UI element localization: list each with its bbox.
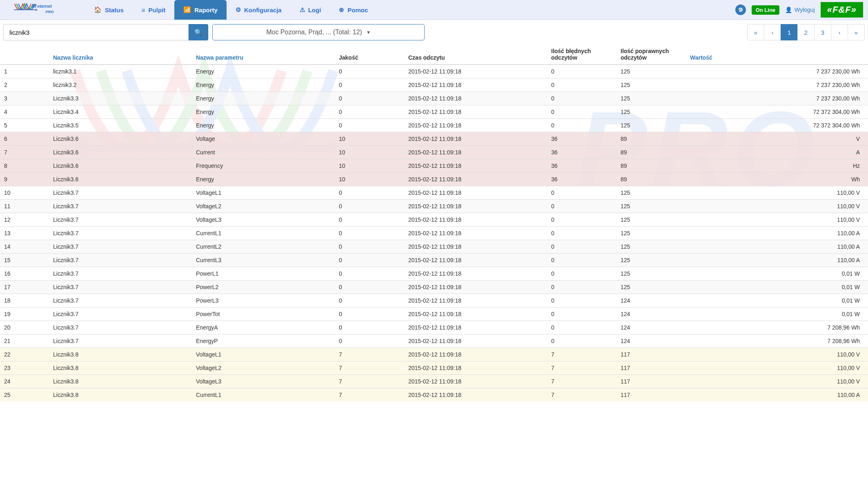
refresh-button[interactable]: [735, 4, 746, 15]
cell-bad: 0: [547, 294, 617, 308]
col-time[interactable]: Czas odczytu: [404, 45, 547, 65]
cell-good: 125: [617, 213, 686, 227]
col-value[interactable]: Wartość: [686, 45, 868, 65]
table-row[interactable]: 17Licznik3.7PowerL202015-02-12 11:09:180…: [0, 281, 868, 294]
warning-icon: ⚠: [300, 6, 305, 13]
cell-param: VoltageL1: [192, 186, 335, 200]
cell-good: 89: [617, 146, 686, 159]
table-row[interactable]: 15Licznik3.7CurrentL302015-02-12 11:09:1…: [0, 254, 868, 267]
cell-index: 1: [0, 65, 49, 78]
nav-tab-label: Status: [105, 7, 124, 13]
table-row[interactable]: 7Licznik3.6Current102015-02-12 11:09:183…: [0, 146, 868, 159]
cell-bad: 7: [547, 348, 617, 361]
cell-good: 117: [617, 348, 686, 361]
cell-good: 125: [617, 227, 686, 240]
cell-good: 125: [617, 92, 686, 105]
table-row[interactable]: 9Licznik3.6Energy102015-02-12 11:09:1836…: [0, 173, 868, 186]
page-prev[interactable]: ‹: [764, 24, 781, 40]
nav-tab-raporty[interactable]: 📶Raporty: [174, 0, 227, 20]
cell-time: 2015-02-12 11:09:18: [404, 78, 547, 92]
cell-quality: 0: [335, 308, 404, 321]
table-row[interactable]: 5Licznik3.5Energy02015-02-12 11:09:18012…: [0, 119, 868, 132]
col-param[interactable]: Nazwa parametru: [192, 45, 335, 65]
table-row[interactable]: 16Licznik3.7PowerL102015-02-12 11:09:180…: [0, 267, 868, 281]
cell-value: V: [686, 132, 868, 146]
nav-tab-logi[interactable]: ⚠Logi: [291, 0, 330, 20]
table-row[interactable]: 12Licznik3.7VoltageL302015-02-12 11:09:1…: [0, 213, 868, 227]
paginator: «‹123›»: [748, 24, 865, 40]
table-row[interactable]: 18Licznik3.7PowerL302015-02-12 11:09:180…: [0, 294, 868, 308]
cell-param: PowerTot: [192, 308, 335, 321]
cell-name: Licznik3.4: [49, 105, 192, 119]
cell-param: EnergyA: [192, 321, 335, 334]
nav-tab-pomoc[interactable]: ⊕Pomoc: [330, 0, 377, 20]
logout-link[interactable]: 👤 Wyloguj: [785, 7, 815, 13]
table-row[interactable]: 8Licznik3.6Frequency102015-02-12 11:09:1…: [0, 159, 868, 173]
status-badge: On Line: [752, 5, 779, 15]
page-3[interactable]: 3: [814, 24, 831, 40]
table-row[interactable]: 14Licznik3.7CurrentL202015-02-12 11:09:1…: [0, 240, 868, 254]
table-row[interactable]: 4Licznik3.4Energy02015-02-12 11:09:18012…: [0, 105, 868, 119]
page-2[interactable]: 2: [797, 24, 815, 40]
cell-name: Licznik3.3: [49, 92, 192, 105]
cell-index: 6: [0, 132, 49, 146]
table-row[interactable]: 10Licznik3.7VoltageL102015-02-12 11:09:1…: [0, 186, 868, 200]
cell-quality: 0: [335, 213, 404, 227]
cell-bad: 0: [547, 213, 617, 227]
col-good[interactable]: Ilość poprawnych odczytów: [617, 45, 686, 65]
cell-name: Licznik3.7: [49, 240, 192, 254]
table-row[interactable]: 1licznik3.1Energy02015-02-12 11:09:18012…: [0, 65, 868, 78]
cell-time: 2015-02-12 11:09:18: [404, 200, 547, 213]
cell-bad: 0: [547, 200, 617, 213]
cell-name: Licznik3.6: [49, 146, 192, 159]
cell-param: VoltageL2: [192, 361, 335, 375]
table-row[interactable]: 21Licznik3.7EnergyP02015-02-12 11:09:180…: [0, 334, 868, 348]
cell-bad: 7: [547, 375, 617, 388]
col-name[interactable]: Nazwa licznika: [49, 45, 192, 65]
results-table: Nazwa licznika Nazwa parametru Jakość Cz…: [0, 45, 868, 401]
table-row[interactable]: 6Licznik3.6Voltage102015-02-12 11:09:183…: [0, 132, 868, 146]
col-bad[interactable]: Ilość błędnych odczytów: [547, 45, 617, 65]
page-next[interactable]: ›: [831, 24, 848, 40]
table-row[interactable]: 11Licznik3.7VoltageL202015-02-12 11:09:1…: [0, 200, 868, 213]
table-row[interactable]: 20Licznik3.7EnergyA02015-02-12 11:09:180…: [0, 321, 868, 334]
nav-tab-pulpit[interactable]: ≡Pulpit: [133, 0, 174, 20]
search-button[interactable]: 🔍: [189, 24, 208, 40]
table-row[interactable]: 25Licznik3.8CurrentL172015-02-12 11:09:1…: [0, 388, 868, 402]
cell-value: 0,01 W: [686, 308, 868, 321]
cell-bad: 0: [547, 105, 617, 119]
cell-index: 24: [0, 375, 49, 388]
table-row[interactable]: 19Licznik3.7PowerTot02015-02-12 11:09:18…: [0, 308, 868, 321]
cell-index: 15: [0, 254, 49, 267]
search-input[interactable]: [3, 24, 189, 40]
cell-index: 12: [0, 213, 49, 227]
table-row[interactable]: 13Licznik3.7CurrentL102015-02-12 11:09:1…: [0, 227, 868, 240]
table-row[interactable]: 2licznik3.2Energy02015-02-12 11:09:18012…: [0, 78, 868, 92]
cell-good: 89: [617, 132, 686, 146]
cell-time: 2015-02-12 11:09:18: [404, 348, 547, 361]
page-first[interactable]: «: [747, 24, 764, 40]
cell-param: CurrentL1: [192, 227, 335, 240]
nav-tab-label: Pulpit: [149, 7, 166, 13]
parameter-filter-select[interactable]: Moc Pozorna, Prąd, ... (Total: 12) ▼: [212, 24, 425, 40]
cell-param: PowerL3: [192, 294, 335, 308]
table-row[interactable]: 22Licznik3.8VoltageL172015-02-12 11:09:1…: [0, 348, 868, 361]
cell-time: 2015-02-12 11:09:18: [404, 240, 547, 254]
page-last[interactable]: »: [848, 24, 865, 40]
table-row[interactable]: 23Licznik3.8VoltageL272015-02-12 11:09:1…: [0, 361, 868, 375]
page-1[interactable]: 1: [781, 24, 798, 40]
cell-value: 7 237 230,00 Wh: [686, 65, 868, 78]
cell-good: 124: [617, 321, 686, 334]
app-logo[interactable]: M eternet PRO: [2, 0, 85, 20]
cell-value: 0,01 W: [686, 267, 868, 281]
table-row[interactable]: 24Licznik3.8VoltageL372015-02-12 11:09:1…: [0, 375, 868, 388]
nav-tab-konfiguracja[interactable]: ⚙Konfiguracja: [227, 0, 291, 20]
cell-quality: 10: [335, 159, 404, 173]
table-row[interactable]: 3Licznik3.3Energy02015-02-12 11:09:18012…: [0, 92, 868, 105]
cell-good: 117: [617, 375, 686, 388]
col-quality[interactable]: Jakość: [335, 45, 404, 65]
nav-tab-status[interactable]: 🏠Status: [85, 0, 133, 20]
cell-value: 110,00 A: [686, 227, 868, 240]
cell-name: Licznik3.7: [49, 227, 192, 240]
cell-value: 0,01 W: [686, 281, 868, 294]
